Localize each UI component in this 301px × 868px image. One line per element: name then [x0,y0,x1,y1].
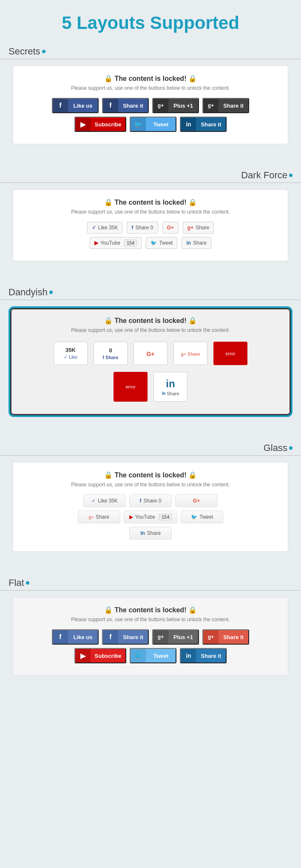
subscribe-label: Subscribe [91,121,126,128]
error-label: error [225,351,235,356]
darkforce-twitter-button[interactable]: 🐦 Tweet [146,237,177,249]
gplus-icon: G+ [167,225,174,231]
gplus-icon: g+ [203,629,219,645]
share-label: Share [96,514,109,520]
glass-youtube-button[interactable]: ▶ YouTube 154 [124,511,178,523]
share-count: 0 [109,347,112,354]
dandyish-fb-share-button[interactable]: 0 f Share [94,342,128,365]
facebook-icon: f [103,629,118,645]
flat-card: 🔒 The content is locked! 🔒 Please suppor… [13,597,288,676]
glass-fb-like-button[interactable]: ✓ Like 35K [83,494,126,507]
youtube-icon: ▶ [94,240,98,246]
share-label: Share [167,391,179,396]
glass-row2: g+ Share ▶ YouTube 154 🐦 Tweet [22,511,279,523]
flat-youtube-button[interactable]: ▶ Subscribe [74,648,127,663]
dandyish-dot [49,291,53,294]
share-label: Share 0 [143,498,161,504]
secrets-lock-subtitle: Please support us, use one of the button… [22,85,279,91]
gplus-icon: G+ [146,351,154,357]
youtube-label: YouTube [100,240,120,246]
linkedin-icon: in [166,378,175,390]
glass-gplus-share-button[interactable]: g+ Share [78,511,120,523]
flat-section-header: Flat [0,573,301,591]
dandyish-gplus-share-button[interactable]: g+ Share [173,342,207,365]
secrets-row1: f Like us f Share it g+ Plus +1 g+ Share… [22,98,279,113]
facebook-check-icon: ✓ [92,225,96,231]
facebook-icon: f [139,498,141,504]
error-label: error [125,384,135,389]
darkforce-youtube-button[interactable]: ▶ YouTube 154 [90,237,142,249]
glass-gplus-button[interactable]: G+ [175,494,218,507]
darkforce-fb-like-button[interactable]: ✓ Like 35K [87,222,123,234]
secrets-twitter-button[interactable]: 🐦 Tweet [130,117,176,132]
glass-twitter-button[interactable]: 🐦 Tweet [181,511,223,523]
like-label: Like 35K [98,498,118,504]
tweet-label: Tweet [159,240,173,246]
flat-lock-subtitle: Please support us, use one of the button… [22,617,279,622]
glass-fb-share-button[interactable]: f Share 0 [129,494,172,507]
secrets-youtube-button[interactable]: ▶ Subscribe [74,117,127,132]
youtube-label: YouTube [135,514,155,520]
share-it-label: Share it [118,634,148,640]
share-it-label: Share it [196,653,226,659]
glass-lock-subtitle: Please support us, use one of the button… [22,482,279,488]
facebook-icon: f [103,98,118,113]
flat-twitter-button[interactable]: 🐦 Tweet [130,648,176,663]
plus1-label: Plus +1 [168,103,198,109]
dandyish-error-button1[interactable]: error [213,342,247,365]
glass-section-header: Glass [0,438,301,456]
darkforce-row1: ✓ Like 35K f Share 0 G+ g+ Share [22,222,279,234]
linkedin-icon: in [186,240,191,246]
dandyish-gplus-button[interactable]: G+ [133,342,168,365]
glass-lock-title: 🔒 The content is locked! 🔒 [22,471,279,479]
dandyish-lock-title: 🔒 The content is locked! 🔒 [19,317,282,325]
flat-fb-like-button[interactable]: f Like us [52,629,99,645]
secrets-gplus-share-button[interactable]: g+ Share it [202,98,249,113]
dandyish-fb-like-button[interactable]: 35K ✓ Like [54,342,88,365]
glass-linkedin-button[interactable]: in Share [129,527,172,540]
darkforce-gplus-share-button[interactable]: g+ Share [183,222,214,234]
darkforce-card: 🔒 The content is locked! 🔒 Please suppor… [13,189,288,261]
dandyish-error-button2[interactable]: error [114,372,148,402]
darkforce-label: Dark Force [241,170,287,181]
secrets-fb-like-button[interactable]: f Like us [52,98,99,113]
facebook-icon: f [53,98,68,113]
flat-row1: f Like us f Share it g+ Plus +1 g+ Share… [22,629,279,645]
flat-fb-share-button[interactable]: f Share it [102,629,149,645]
gplus-share-icon: g+ [187,225,193,231]
youtube-icon: ▶ [75,648,91,663]
gplus-share-icon: g+ [89,515,94,520]
darkforce-gplus-button[interactable]: G+ [162,222,179,234]
secrets-linkedin-button[interactable]: in Share it [180,117,227,132]
facebook-icon: f [53,629,68,645]
dandyish-linkedin-button[interactable]: in in Share [153,372,187,402]
darkforce-fb-share-button[interactable]: f Share 0 [127,222,158,234]
glass-row1: ✓ Like 35K f Share 0 G+ [22,494,279,507]
fb-like-label: Like 35K [98,225,118,231]
page-title: 5 Layouts Supported [0,0,301,42]
flat-lock-title: 🔒 The content is locked! 🔒 [22,606,279,614]
flat-gplus-plus-button[interactable]: g+ Plus +1 [152,629,199,645]
darkforce-dot [289,174,292,177]
gplus-share-icon: g+ Share [181,351,200,357]
secrets-dot [42,50,45,53]
share-it-label: Share it [118,103,148,109]
plus1-label: Plus +1 [168,634,198,640]
dandyish-section-header: Dandyish [0,283,301,300]
darkforce-linkedin-button[interactable]: in Share [182,237,211,249]
flat-gplus-share-button[interactable]: g+ Share it [202,629,249,645]
share-it-label: Share it [219,103,248,109]
facebook-check-icon: ✓ Like [64,354,77,360]
flat-linkedin-button[interactable]: in Share it [180,648,227,663]
secrets-fb-share-button[interactable]: f Share it [102,98,149,113]
flat-dot [26,581,29,585]
glass-row3: in Share [22,527,279,540]
youtube-count: 154 [124,240,137,246]
like-count: 35K [65,347,76,353]
flat-label: Flat [9,577,24,588]
secrets-gplus-plus-button[interactable]: g+ Plus +1 [152,98,199,113]
secrets-section-header: Secrets [0,42,301,59]
darkforce-section-header: Dark Force [0,166,301,183]
facebook-icon: f Share [102,355,118,360]
secrets-row2: ▶ Subscribe 🐦 Tweet in Share it [22,117,279,132]
